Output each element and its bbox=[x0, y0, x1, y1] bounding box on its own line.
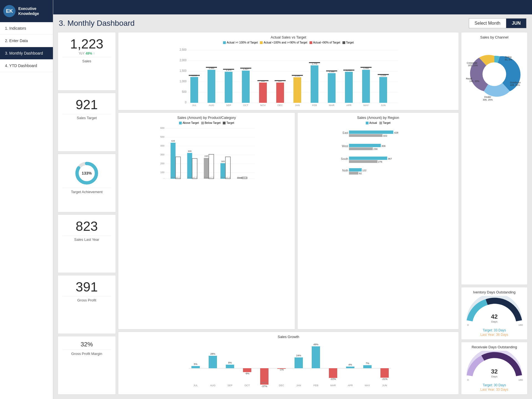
legend-target-prod: Target bbox=[223, 121, 234, 124]
actual-vs-target-legend: Actual >= 100% of Target Actual <100% an… bbox=[121, 41, 456, 44]
svg-text:Product 5: Product 5 bbox=[237, 176, 247, 179]
select-month-label[interactable]: Select Month bbox=[469, 19, 506, 28]
sales-by-channel-card: Sales by Channel bbox=[461, 32, 528, 285]
svg-text:-1%: -1% bbox=[279, 368, 284, 371]
kpi-sales-value: 1,223 bbox=[62, 37, 111, 52]
legend-actual-dot-region bbox=[366, 122, 369, 124]
svg-text:Product 4: Product 4 bbox=[221, 176, 230, 179]
sales-by-channel-chart: Online 61, 5% Distributor 428, 35% Deale… bbox=[464, 41, 525, 105]
svg-text:32: 32 bbox=[491, 368, 498, 375]
bar-aug bbox=[208, 70, 215, 103]
svg-text:1,000: 1,000 bbox=[180, 80, 186, 83]
target-achievement-donut: 133% bbox=[74, 161, 99, 186]
svg-text:7%: 7% bbox=[365, 362, 369, 365]
svg-text:Noth: Noth bbox=[342, 169, 348, 172]
svg-text:1,388: 1,388 bbox=[329, 70, 335, 73]
sidebar-item-ytd-dashboard[interactable]: 4. YTD Dashboard bbox=[0, 60, 53, 72]
svg-text:306: 306 bbox=[188, 150, 192, 152]
kpi-sales: 1,223 YoY 49% ↑ Sales bbox=[58, 32, 116, 91]
svg-text:MAR: MAR bbox=[329, 104, 335, 106]
kpi-gross-profit-value: 391 bbox=[62, 280, 111, 295]
month-selector[interactable]: Select Month JUN bbox=[469, 18, 526, 28]
svg-text:122: 122 bbox=[362, 169, 367, 172]
svg-text:DEC: DEC bbox=[279, 384, 284, 387]
dashboard-layout: 1,223 YoY 49% ↑ Sales 921 Sales Target bbox=[53, 32, 532, 399]
svg-text:2,000: 2,000 bbox=[180, 59, 186, 62]
prod1-target bbox=[176, 157, 181, 179]
bar-oct bbox=[242, 71, 250, 103]
top-header-bar bbox=[53, 0, 532, 14]
svg-text:322: 322 bbox=[383, 134, 387, 137]
kpi-gross-profit-margin-label: Gross Profit Margin bbox=[62, 352, 111, 356]
receivable-lastyear-label: Last Year: 33 Days bbox=[464, 388, 525, 392]
kpi-gross-profit-label: Gross Profit bbox=[62, 298, 111, 302]
svg-text:Product 1: Product 1 bbox=[171, 176, 180, 179]
svg-text:Dealer: Dealer bbox=[484, 96, 491, 98]
svg-text:600: 600 bbox=[160, 127, 164, 129]
logo-area: EK Executive Knowledge bbox=[0, 0, 53, 22]
actual-vs-target-chart: 2,500 2,000 1,500 1,000 500 0 bbox=[121, 45, 456, 106]
title-bar: 3. Monthly Dashboard Select Month JUN bbox=[53, 14, 532, 32]
svg-text:JAN: JAN bbox=[295, 104, 300, 106]
bar-mar bbox=[328, 73, 336, 103]
bar-nov bbox=[259, 83, 267, 103]
kpi-sales-last-year-value: 823 bbox=[62, 219, 111, 234]
bar-sep bbox=[225, 72, 232, 103]
growth-aug-bar bbox=[209, 356, 217, 368]
sales-by-product-chart: 600 500 400 300 200 100 - bbox=[121, 126, 292, 181]
mid-charts-row: Sales (Amount) by Product/Category Above… bbox=[118, 112, 459, 329]
svg-text:AUG: AUG bbox=[209, 104, 214, 106]
growth-may-bar bbox=[363, 365, 372, 368]
svg-text:Product 3: Product 3 bbox=[204, 176, 214, 179]
svg-text:DEC: DEC bbox=[277, 104, 283, 106]
legend-above-target-dot bbox=[223, 41, 226, 44]
growth-jul-bar bbox=[191, 366, 200, 368]
selected-month-value[interactable]: JUN bbox=[506, 19, 526, 28]
legend-target-dot-prod bbox=[223, 122, 226, 124]
logo-icon: EK bbox=[3, 5, 16, 17]
main-content: 3. Monthly Dashboard Select Month JUN 1,… bbox=[53, 0, 532, 399]
svg-text:OCT: OCT bbox=[245, 384, 250, 387]
svg-text:180: 180 bbox=[518, 378, 523, 381]
kpi-sales-target-value: 921 bbox=[62, 98, 111, 112]
prod1-actual bbox=[171, 143, 176, 179]
svg-text:49%: 49% bbox=[313, 343, 318, 346]
svg-text:100: 100 bbox=[160, 171, 164, 174]
svg-text:Online: Online bbox=[505, 56, 512, 58]
prod2-actual bbox=[187, 153, 192, 179]
svg-text:962: 962 bbox=[261, 80, 265, 82]
growth-apr-bar bbox=[346, 367, 354, 368]
receivable-days-title: Receivale Days Outstanding bbox=[464, 345, 525, 349]
kpi-sales-target-label: Sales Target bbox=[62, 116, 111, 120]
west-actual-bar bbox=[349, 144, 381, 147]
svg-text:5%: 5% bbox=[194, 363, 197, 365]
legend-below-target: Actual <90% of Target bbox=[310, 41, 340, 44]
svg-text:-37%: -37% bbox=[261, 385, 267, 388]
svg-text:NOV: NOV bbox=[262, 381, 267, 384]
svg-text:JUL: JUL bbox=[192, 104, 196, 106]
legend-above-target-prod: Above Target bbox=[179, 121, 199, 124]
prod3-target bbox=[209, 154, 214, 179]
svg-text:2,500: 2,500 bbox=[180, 48, 186, 51]
receivable-target-label: Target: 30 Days bbox=[464, 383, 525, 387]
svg-text:61, 5%: 61, 5% bbox=[505, 58, 512, 61]
bar-dec bbox=[276, 83, 284, 103]
svg-text:MAY: MAY bbox=[365, 384, 370, 387]
sidebar-item-monthly-dashboard[interactable]: 3. Monthly Dashboard bbox=[0, 47, 53, 60]
growth-jun-bar bbox=[380, 368, 389, 378]
donut-chart-container: 133% bbox=[62, 161, 111, 186]
charts-column: Actual Sales vs Target Actual >= 100% of… bbox=[118, 32, 459, 395]
actual-vs-target-card: Actual Sales vs Target Actual >= 100% of… bbox=[118, 32, 459, 110]
svg-text:367: 367 bbox=[388, 157, 392, 160]
svg-text:NOV: NOV bbox=[260, 104, 266, 106]
sidebar-item-enter-data[interactable]: 2. Enter Data bbox=[0, 35, 53, 47]
sidebar-item-indicators[interactable]: 1. Indicators bbox=[0, 22, 53, 35]
legend-below-target-prod: Below Target bbox=[201, 121, 221, 124]
svg-text:1,450: 1,450 bbox=[346, 69, 352, 71]
right-column: Sales by Channel bbox=[461, 32, 528, 395]
inventory-days-card: Iventory Days Outstanding 42 Days 0 180 bbox=[461, 287, 528, 340]
svg-text:MAR: MAR bbox=[330, 384, 336, 387]
svg-text:1,225: 1,225 bbox=[380, 74, 386, 77]
legend-near-target: Actual <100% and >=90% of Target bbox=[260, 41, 307, 44]
sales-by-region-chart: East 428 322 West 306 230 South bbox=[300, 126, 456, 178]
